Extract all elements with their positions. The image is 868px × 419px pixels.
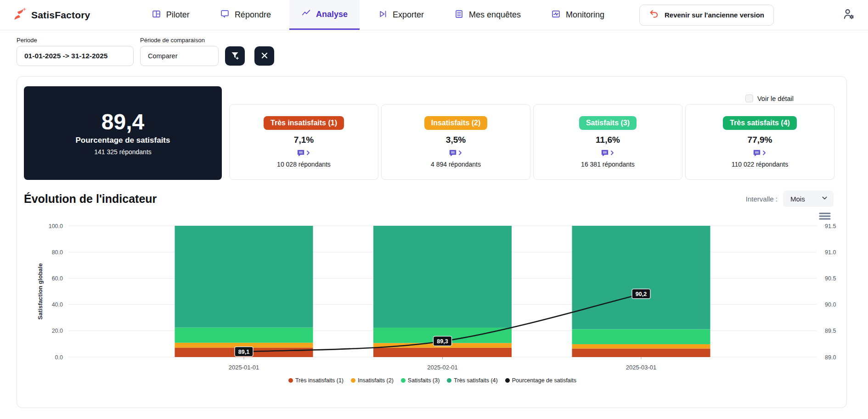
view-detail-toggle[interactable]: Voir le détail [745,95,794,102]
nav-item-label: Répondre [235,10,271,20]
satisfactory-logo-icon [11,6,27,24]
legend-label: Très insatisfaits (1) [295,377,344,384]
legend-label: Très satisfaits (4) [454,377,497,384]
category-card-tres-satisfaits-4: Très satisfaits (4)77,9%110 022 répondan… [685,104,834,180]
chart-menu-button[interactable] [819,212,831,222]
svg-text:40.0: 40.0 [52,302,63,308]
funnel-plus-icon [230,50,240,62]
svg-text:90.0: 90.0 [825,302,836,308]
chevron-down-icon [821,195,828,203]
stacked-bar-line-chart: 0.020.040.060.080.0100.089.089.590.090.5… [24,212,841,374]
layout-grid-icon [152,9,161,21]
global-score-respondents: 141 325 répondants [94,148,152,156]
user-settings-button[interactable] [843,8,855,22]
chevron-right-icon [458,150,462,156]
svg-text:2025-01-01: 2025-01-01 [229,364,259,371]
comparison-input[interactable]: Comparer [140,46,219,66]
legend-dot [505,378,510,383]
chart-legend: Très insatisfaits (1)Insatisfaits (2)Sat… [24,377,841,384]
legend-dot [351,378,355,383]
topbar-right: Revenir sur l'ancienne version [639,0,868,30]
global-score-value: 89,4 [101,111,144,134]
interval-select[interactable]: Mois [783,190,834,207]
category-badge: Très insatisfaits (1) [264,116,344,130]
interval-value: Mois [790,195,805,203]
svg-text:90,2: 90,2 [636,291,647,297]
list-doc-icon [454,9,464,21]
analysis-panel: Voir le détail 89,4 Pourcentage de satis… [17,76,847,408]
category-card-tres-insatisfaits-1: Très insatisfaits (1)7,1%10 028 répondan… [229,104,378,180]
svg-text:89.0: 89.0 [825,354,836,361]
category-respondents: 110 022 répondants [732,161,789,168]
category-respondents: 4 894 répondants [431,161,481,168]
category-badge: Très satisfaits (4) [723,116,797,130]
view-detail-checkbox[interactable] [745,95,753,102]
global-score-label: Pourcentage de satisfaits [76,136,170,145]
comparison-value: Comparer [148,52,177,60]
chart-section-header: Évolution de l'indicateur Intervalle : M… [24,190,841,207]
svg-text:89,1: 89,1 [238,349,249,355]
chat-comments-icon [297,150,304,156]
interval-label: Intervalle : [746,195,778,203]
add-filter-button[interactable] [225,46,245,66]
close-x-icon [259,50,270,62]
legend-item-tres-insatisfaits-1[interactable]: Très insatisfaits (1) [288,377,344,384]
legend-label: Insatisfaits (2) [358,377,394,384]
legend-label: Pourcentage de satisfaits [512,377,576,384]
comments-link[interactable] [753,149,767,156]
category-percent: 11,6% [596,135,620,145]
global-score-card: 89,4 Pourcentage de satisfaits 141 325 r… [24,86,222,180]
svg-text:89,3: 89,3 [437,338,448,345]
evolution-chart: 0.020.040.060.080.0100.089.089.590.090.5… [24,212,841,384]
nav-item-repondre[interactable]: Répondre [208,0,283,30]
comments-link[interactable] [601,149,614,156]
chart-section-title: Évolution de l'indicateur [24,192,157,206]
nav-item-label: Exporter [393,10,424,20]
legend-item-tres-satisfaits-4[interactable]: Très satisfaits (4) [447,377,497,384]
chevron-right-icon [610,150,614,156]
svg-text:60.0: 60.0 [52,275,63,282]
filter-bar: Periode 01-01-2025 -> 31-12-2025 Période… [0,30,868,66]
nav-item-label: Monitoring [566,10,604,20]
nav-item-label: Mes enquêtes [469,10,521,20]
category-percent: 77,9% [748,135,772,145]
legacy-version-label: Revenir sur l'ancienne version [665,11,764,19]
nav-item-analyse[interactable]: Analyse [289,0,360,30]
user-gear-icon [843,8,855,22]
legend-item-insatisfaits-2[interactable]: Insatisfaits (2) [351,377,394,384]
chat-comments-icon [753,150,761,156]
category-badge: Insatisfaits (2) [424,116,488,130]
legend-dot [401,378,406,383]
comments-link[interactable] [297,149,310,156]
svg-text:91.0: 91.0 [825,249,836,256]
legend-item-pourcentage-de-satisfaits[interactable]: Pourcentage de satisfaits [505,377,576,384]
category-respondents: 16 381 répondants [581,161,635,168]
brand-name: SatisFactory [31,10,90,21]
category-percent: 7,1% [294,135,314,145]
svg-text:91.5: 91.5 [825,223,836,229]
view-detail-label: Voir le détail [757,95,794,102]
category-card-satisfaits-3: Satisfaits (3)11,6%16 381 répondants [533,104,682,180]
nav-item-exporter[interactable]: Exporter [366,0,436,30]
export-play-icon [378,9,388,21]
nav-item-piloter[interactable]: Piloter [140,0,202,30]
chat-bubble-icon [220,9,230,21]
hamburger-icon [819,214,831,222]
main-nav: PiloterRépondreAnalyseExporterMes enquêt… [117,0,639,30]
legend-item-satisfaits-3[interactable]: Satisfaits (3) [401,377,440,384]
kpi-row: 89,4 Pourcentage de satisfaits 141 325 r… [24,86,841,180]
nav-item-mes-enquetes[interactable]: Mes enquêtes [442,0,533,30]
svg-text:90.5: 90.5 [825,275,836,282]
svg-text:0.0: 0.0 [55,354,63,361]
comments-link[interactable] [449,149,462,156]
monitor-pulse-icon [551,9,561,21]
svg-text:2025-03-01: 2025-03-01 [626,364,657,371]
svg-text:2025-02-01: 2025-02-01 [427,364,458,371]
undo-arrow-icon [649,9,659,21]
clear-filters-button[interactable] [254,46,274,66]
period-input[interactable]: 01-01-2025 -> 31-12-2025 [17,46,134,66]
interval-group: Intervalle : Mois [746,190,834,207]
nav-item-monitoring[interactable]: Monitoring [539,0,616,30]
legacy-version-button[interactable]: Revenir sur l'ancienne version [639,5,774,26]
chevron-right-icon [306,150,310,156]
